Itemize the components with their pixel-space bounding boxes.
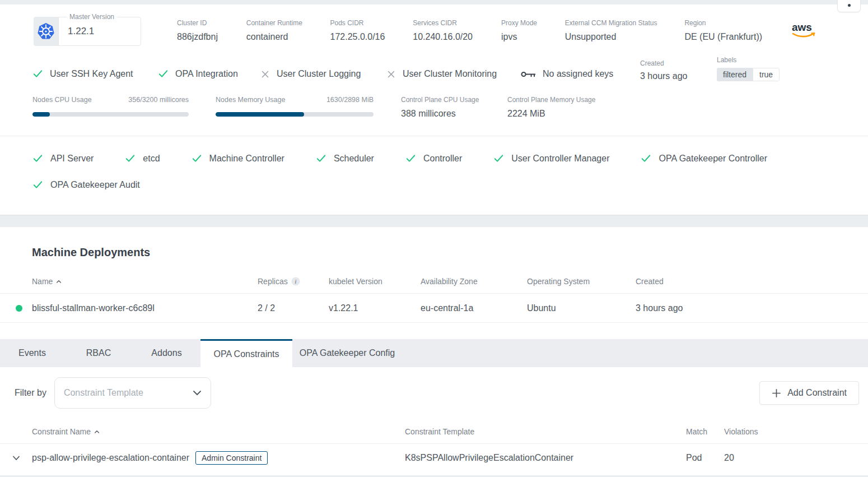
health-label: User Controller Manager — [511, 154, 609, 164]
stat-ccm-migration: External CCM Migration Status Unsupporte… — [565, 17, 685, 42]
md-created: 3 hours ago — [636, 303, 868, 313]
chevron-down-icon — [193, 390, 202, 396]
check-icon — [493, 153, 504, 164]
health-label: Controller — [423, 154, 462, 164]
stat-label: Pods CIDR — [330, 19, 413, 27]
constraint-name: psp-allow-privilege-escalation-container — [32, 453, 189, 463]
cluster-summary-card: Master Version 1.22.1 Cluster ID 886jzdf… — [0, 4, 868, 215]
ellipsis-icon — [848, 4, 851, 7]
more-options-button[interactable] — [837, 0, 861, 12]
check-icon — [641, 153, 651, 164]
stat-value: 172.25.0.0/16 — [330, 32, 413, 42]
cluster-stats-row: Master Version 1.22.1 Cluster ID 886jzdf… — [0, 17, 868, 46]
md-zone: eu-central-1a — [421, 303, 527, 313]
feature-label: User SSH Key Agent — [50, 69, 133, 79]
machine-deployments-card: Machine Deployments Name Replicas i kube… — [0, 227, 868, 339]
select-placeholder: Constraint Template — [64, 388, 143, 398]
feature-label: User Cluster Monitoring — [403, 69, 497, 79]
constraints-filter-row: Filter by Constraint Template Add Constr… — [0, 367, 868, 409]
nodes-cpu-usage: Nodes CPU Usage 356/3200 millicores — [32, 96, 189, 117]
column-constraint-name[interactable]: Constraint Name — [32, 427, 405, 436]
info-icon[interactable]: i — [291, 277, 300, 286]
check-icon — [32, 179, 43, 190]
check-icon — [405, 153, 416, 164]
stat-value: DE (EU (Frankfurt)) — [684, 32, 791, 42]
stat-value: containerd — [246, 32, 330, 42]
control-plane-cpu-usage: Control Plane CPU Usage 388 millicores — [401, 96, 507, 119]
column-created: Created — [636, 277, 868, 286]
master-version-box[interactable]: Master Version 1.22.1 — [58, 17, 141, 46]
constraint-template: K8sPSPAllowPrivilegeEscalationContainer — [405, 453, 686, 463]
created-label: Created — [640, 59, 717, 67]
tab-addons[interactable]: Addons — [133, 339, 200, 367]
created-value: 3 hours ago — [640, 71, 717, 81]
column-constraint-template: Constraint Template — [405, 427, 686, 436]
feature-user-cluster-monitoring: User Cluster Monitoring — [386, 69, 521, 81]
master-version-field: Master Version 1.22.1 — [34, 17, 141, 46]
check-icon — [125, 153, 136, 164]
x-icon — [260, 70, 270, 79]
tab-opa-gatekeeper-config[interactable]: OPA Gatekeeper Config — [292, 339, 402, 367]
usage-value: 356/3200 millicores — [128, 96, 189, 104]
health-label: API Server — [50, 154, 94, 164]
stat-pods-cidr: Pods CIDR 172.25.0.0/16 — [330, 17, 413, 42]
column-operating-system: Operating System — [527, 277, 636, 286]
health-user-controller-manager: User Controller Manager — [493, 153, 609, 164]
feature-user-cluster-logging: User Cluster Logging — [260, 69, 386, 81]
stat-proxy-mode: Proxy Mode ipvs — [501, 17, 565, 42]
nodes-cpu-progressbar — [32, 112, 189, 117]
usage-value: 2224 MiB — [507, 109, 595, 119]
opa-constraints-panel: Filter by Constraint Template Add Constr… — [0, 367, 868, 475]
machine-deployment-row[interactable]: blissful-stallman-worker-c6c89l 2 / 2 v1… — [0, 294, 868, 323]
column-kubelet-version: kubelet Version — [329, 277, 421, 286]
health-label: etcd — [143, 154, 160, 164]
md-name: blissful-stallman-worker-c6c89l — [32, 303, 258, 313]
feature-opa-integration: OPA Integration — [158, 68, 260, 81]
column-violations: Violations — [724, 427, 868, 436]
health-label: OPA Gatekeeper Audit — [50, 180, 140, 190]
column-availability-zone: Availability Zone — [421, 277, 527, 286]
constraint-row[interactable]: psp-allow-privilege-escalation-container… — [0, 444, 868, 472]
labels-label: Labels — [717, 56, 780, 64]
usage-label: Control Plane CPU Usage — [401, 96, 507, 104]
health-label: OPA Gatekeeper Controller — [659, 154, 767, 164]
constraints-header: Constraint Name Constraint Template Matc… — [0, 427, 868, 444]
label-value: true — [753, 68, 780, 81]
stat-value: 10.240.16.0/20 — [413, 32, 501, 42]
column-name[interactable]: Name — [32, 277, 258, 286]
key-icon — [521, 70, 536, 78]
tab-opa-constraints[interactable]: OPA Constraints — [200, 339, 292, 367]
ssh-keys-label: No assigned keys — [543, 69, 613, 79]
progress-fill — [32, 112, 50, 117]
constraint-template-select[interactable]: Constraint Template — [54, 377, 211, 409]
usage-value: 388 millicores — [401, 109, 507, 119]
tab-events[interactable]: Events — [0, 339, 64, 367]
plus-icon — [772, 388, 781, 398]
ssh-keys-status[interactable]: No assigned keys — [521, 69, 640, 81]
column-replicas: Replicas i — [258, 277, 329, 286]
stat-value: Unsupported — [565, 32, 685, 42]
health-etcd: etcd — [125, 153, 160, 164]
x-icon — [386, 70, 396, 79]
feature-label: User Cluster Logging — [277, 69, 361, 79]
stat-region: Region DE (EU (Frankfurt)) — [684, 17, 791, 42]
health-machine-controller: Machine Controller — [192, 153, 284, 164]
add-constraint-button[interactable]: Add Constraint — [759, 381, 859, 405]
filter-by-label: Filter by — [15, 388, 46, 398]
stat-label: Proxy Mode — [501, 19, 565, 27]
health-api-server: API Server — [32, 153, 94, 164]
cluster-usage-row: Nodes CPU Usage 356/3200 millicores Node… — [0, 96, 868, 119]
md-replicas: 2 / 2 — [258, 303, 329, 313]
svg-text:aws: aws — [792, 21, 812, 33]
cluster-features-row: User SSH Key Agent OPA Integration User … — [0, 56, 868, 81]
check-icon — [316, 153, 326, 164]
progress-fill — [216, 112, 304, 117]
label-chip: filtered true — [717, 68, 780, 81]
expand-chevron-icon[interactable] — [12, 456, 20, 461]
stat-services-cidr: Services CIDR 10.240.16.0/20 — [413, 17, 501, 42]
health-controller: Controller — [405, 153, 462, 164]
created-stat: Created 3 hours ago — [640, 59, 717, 81]
control-plane-memory-usage: Control Plane Memory Usage 2224 MiB — [507, 96, 595, 119]
tab-rbac[interactable]: RBAC — [64, 339, 133, 367]
usage-value: 1630/2898 MiB — [326, 96, 374, 104]
